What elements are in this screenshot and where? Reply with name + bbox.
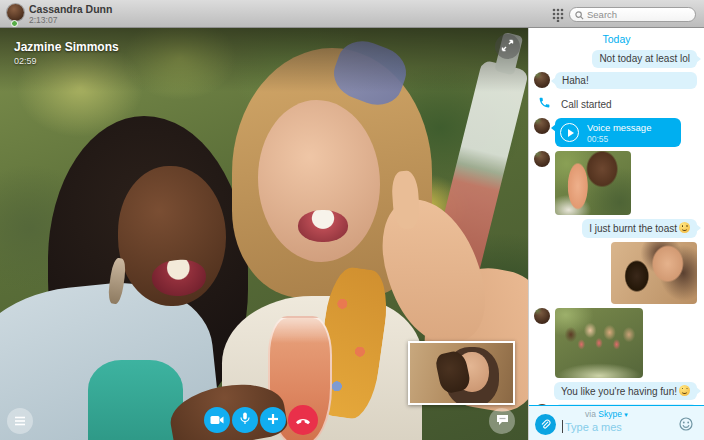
plus-icon [267,411,279,429]
chat-sidebar: Today Not today at least lol Haha! Call … [528,28,704,440]
play-icon[interactable] [560,123,579,142]
contact-name: Cassandra Dunn [29,3,112,15]
day-header: Today [529,33,704,45]
text-caret [562,420,563,433]
avatar [534,72,550,88]
chat-bubble-icon [496,412,509,430]
outgoing-message: Not today at least lol [592,50,697,68]
via-service-name: Skype [598,409,622,419]
emoticon-picker-button[interactable] [679,417,693,435]
party-face-emoji-icon [679,385,690,396]
incoming-photo-message[interactable] [555,308,643,378]
attach-file-button[interactable] [535,414,556,435]
avatar [534,118,550,134]
outgoing-photo-message[interactable] [611,242,697,304]
message-row: Voice message 00:55 [529,118,704,147]
title-bar: Cassandra Dunn 2:13:07 [0,0,704,28]
via-service-selector[interactable]: via Skype ▾ [585,409,628,419]
remote-caller-name: Jazmine Simmons [14,40,119,54]
incoming-photo-message[interactable] [555,151,631,215]
outgoing-message: I just burnt the toast [582,219,697,238]
video-camera-icon [210,411,224,429]
call-timer: 2:13:07 [29,15,57,25]
hamburger-menu-icon [14,412,26,430]
message-row [529,242,704,304]
message-composer: via Skype ▾ Type a mes [529,405,704,440]
outgoing-message: You like you're having fun! [554,382,697,401]
call-event-row: Call started [529,95,704,113]
search-icon [575,6,584,24]
microphone-button[interactable] [232,407,258,433]
search-box[interactable] [569,7,696,22]
dialpad-icon[interactable] [551,8,565,22]
message-input[interactable]: Type a mes [562,420,622,433]
call-controls [204,405,318,435]
remote-call-timer: 02:59 [14,56,37,66]
voice-message-title: Voice message [587,122,651,133]
end-call-button[interactable] [288,405,318,435]
call-menu-button[interactable] [7,408,33,434]
phone-icon [538,95,551,113]
chevron-down-icon: ▾ [624,411,628,418]
message-row: I just burnt the toast [529,219,704,238]
end-call-icon [295,411,311,429]
message-row [529,308,704,378]
message-list: Today Not today at least lol Haha! Call … [529,28,704,405]
message-row: Not today at least lol [529,50,704,68]
voice-message[interactable]: Voice message 00:55 [555,118,681,147]
skype-window: Cassandra Dunn 2:13:07 [0,0,704,440]
message-row: You like you're having fun! [529,382,704,401]
self-view-video[interactable] [408,341,515,405]
avatar [534,308,550,324]
expand-icon [501,38,514,56]
fullscreen-expand-button[interactable] [495,34,520,59]
toggle-chat-button[interactable] [489,408,515,434]
microphone-icon [240,411,250,429]
voice-message-duration: 00:55 [587,134,651,144]
video-call-area: Jazmine Simmons 02:59 [0,28,528,440]
flushed-face-emoji-icon [679,222,690,233]
avatar[interactable] [7,4,24,21]
call-event-text: Call started [561,99,612,110]
paperclip-icon [540,416,551,434]
online-status-dot [11,20,18,27]
search-input[interactable] [587,9,687,20]
add-participant-button[interactable] [260,407,286,433]
video-camera-button[interactable] [204,407,230,433]
message-row: Haha! [529,72,704,90]
incoming-message: Haha! [555,72,697,90]
avatar [534,151,550,167]
smiley-icon [679,417,693,434]
message-row [529,151,704,215]
